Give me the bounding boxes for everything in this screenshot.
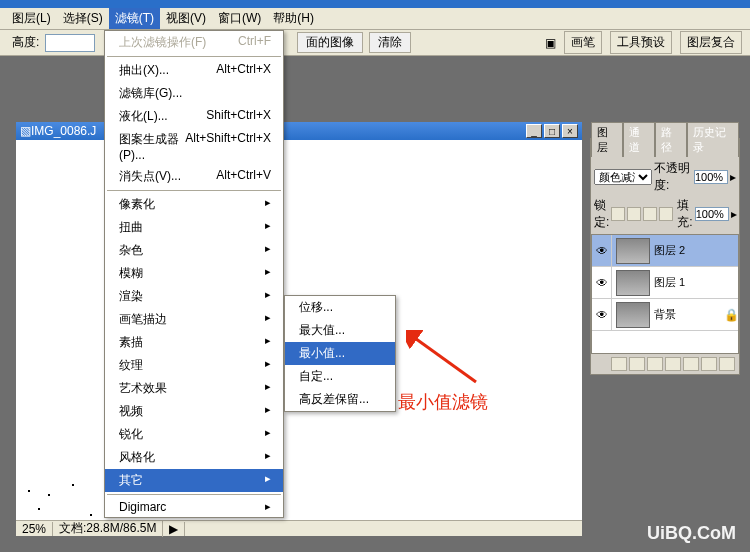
tab-channels[interactable]: 通道 xyxy=(623,122,655,157)
menu-texture[interactable]: 纹理 xyxy=(105,354,283,377)
tab-paths[interactable]: 路径 xyxy=(655,122,687,157)
menu-liquify[interactable]: 液化(L)...Shift+Ctrl+X xyxy=(105,105,283,128)
menu-item-label: 像素化 xyxy=(119,196,155,213)
layer-style-icon[interactable] xyxy=(629,357,645,371)
tab-brushes[interactable]: 画笔 xyxy=(564,31,602,54)
menu-artistic[interactable]: 艺术效果 xyxy=(105,377,283,400)
layer-row[interactable]: 👁 图层 1 xyxy=(592,267,738,299)
menu-sharpen[interactable]: 锐化 xyxy=(105,423,283,446)
menu-item-label: 液化(L)... xyxy=(119,108,168,125)
adjustment-layer-icon[interactable] xyxy=(683,357,699,371)
layers-panel: 图层 通道 路径 历史记录 颜色减淡 不透明度: ▸ 锁定: 填充: ▸ 👁 图… xyxy=(590,138,740,375)
svg-line-0 xyxy=(412,336,476,382)
lock-all-icon[interactable] xyxy=(659,207,673,221)
submenu-offset[interactable]: 位移... xyxy=(285,296,395,319)
menu-layer[interactable]: 图层(L) xyxy=(6,8,57,29)
layer-mask-icon[interactable] xyxy=(647,357,663,371)
watermark: UiBQ.CoM xyxy=(647,523,736,544)
btn-clear[interactable]: 清除 xyxy=(369,32,411,53)
menu-item-label: 艺术效果 xyxy=(119,380,167,397)
tab-layers[interactable]: 图层 xyxy=(591,122,623,157)
submenu-high-pass[interactable]: 高反差保留... xyxy=(285,388,395,411)
tab-history[interactable]: 历史记录 xyxy=(687,122,739,157)
layer-row[interactable]: 👁 图层 2 xyxy=(592,235,738,267)
lock-position-icon[interactable] xyxy=(643,207,657,221)
menu-item-label: 杂色 xyxy=(119,242,143,259)
blend-mode-select[interactable]: 颜色减淡 xyxy=(594,169,652,185)
menu-blur[interactable]: 模糊 xyxy=(105,262,283,285)
menu-item-label: 锐化 xyxy=(119,426,143,443)
layer-thumbnail[interactable] xyxy=(616,238,650,264)
maximize-button[interactable]: □ xyxy=(544,124,560,138)
visibility-eye-icon[interactable]: 👁 xyxy=(592,299,612,330)
menu-item-label: 素描 xyxy=(119,334,143,351)
menu-stylize[interactable]: 风格化 xyxy=(105,446,283,469)
menu-brush-strokes[interactable]: 画笔描边 xyxy=(105,308,283,331)
layer-name[interactable]: 背景 xyxy=(654,307,724,322)
menu-item-shortcut: Alt+Ctrl+X xyxy=(216,62,271,79)
menu-vanishing-point[interactable]: 消失点(V)...Alt+Ctrl+V xyxy=(105,165,283,188)
tab-tool-presets[interactable]: 工具预设 xyxy=(610,31,672,54)
menu-window[interactable]: 窗口(W) xyxy=(212,8,267,29)
status-arrow-icon[interactable]: ▶ xyxy=(163,522,185,536)
filter-menu-dropdown: 上次滤镜操作(F) Ctrl+F 抽出(X)...Alt+Ctrl+X 滤镜库(… xyxy=(104,30,284,518)
menu-bar: 图层(L) 选择(S) 滤镜(T) 视图(V) 窗口(W) 帮助(H) xyxy=(0,8,750,30)
menu-other[interactable]: 其它 xyxy=(105,469,283,492)
menu-last-filter: 上次滤镜操作(F) Ctrl+F xyxy=(105,31,283,54)
menu-sketch[interactable]: 素描 xyxy=(105,331,283,354)
menu-pattern-maker[interactable]: 图案生成器(P)...Alt+Shift+Ctrl+X xyxy=(105,128,283,165)
document-titlebar[interactable]: ▧ IMG_0086.J _ □ × xyxy=(16,122,582,140)
fill-arrow-icon[interactable]: ▸ xyxy=(731,207,737,221)
file-icon: ▧ xyxy=(20,124,31,138)
menu-filter-gallery[interactable]: 滤镜库(G)... xyxy=(105,82,283,105)
menu-item-label: 上次滤镜操作(F) xyxy=(119,34,206,51)
menu-pixelate[interactable]: 像素化 xyxy=(105,193,283,216)
opacity-arrow-icon[interactable]: ▸ xyxy=(730,170,736,184)
link-layers-icon[interactable] xyxy=(611,357,627,371)
menu-item-label: 视频 xyxy=(119,403,143,420)
lock-image-icon[interactable] xyxy=(627,207,641,221)
menu-view[interactable]: 视图(V) xyxy=(160,8,212,29)
layer-thumbnail[interactable] xyxy=(616,302,650,328)
menu-select[interactable]: 选择(S) xyxy=(57,8,109,29)
menu-extract[interactable]: 抽出(X)...Alt+Ctrl+X xyxy=(105,59,283,82)
menu-distort[interactable]: 扭曲 xyxy=(105,216,283,239)
zoom-level[interactable]: 25% xyxy=(16,522,53,536)
menu-item-label: 模糊 xyxy=(119,265,143,282)
menu-digimarc[interactable]: Digimarc xyxy=(105,497,283,517)
menu-noise[interactable]: 杂色 xyxy=(105,239,283,262)
layer-name[interactable]: 图层 1 xyxy=(654,275,738,290)
menu-render[interactable]: 渲染 xyxy=(105,285,283,308)
menu-help[interactable]: 帮助(H) xyxy=(267,8,320,29)
submenu-custom[interactable]: 自定... xyxy=(285,365,395,388)
doc-size: 文档:28.8M/86.5M xyxy=(53,520,163,537)
layer-thumbnail[interactable] xyxy=(616,270,650,296)
lock-label: 锁定: xyxy=(594,197,609,231)
palette-toggle-icon[interactable]: ▣ xyxy=(545,36,556,50)
height-input[interactable] xyxy=(45,34,95,52)
menu-filter[interactable]: 滤镜(T) xyxy=(109,8,160,29)
delete-layer-icon[interactable] xyxy=(719,357,735,371)
tab-layer-comps[interactable]: 图层复合 xyxy=(680,31,742,54)
lock-icon: 🔒 xyxy=(724,308,738,322)
minimize-button[interactable]: _ xyxy=(526,124,542,138)
layer-row[interactable]: 👁 背景 🔒 xyxy=(592,299,738,331)
menu-item-shortcut: Alt+Shift+Ctrl+X xyxy=(185,131,271,162)
submenu-maximum[interactable]: 最大值... xyxy=(285,319,395,342)
panel-tabs: 图层 通道 路径 历史记录 xyxy=(591,139,739,157)
new-layer-icon[interactable] xyxy=(701,357,717,371)
opacity-input[interactable] xyxy=(694,170,728,184)
visibility-eye-icon[interactable]: 👁 xyxy=(592,267,612,298)
layer-name[interactable]: 图层 2 xyxy=(654,243,738,258)
annotation-arrow-icon xyxy=(406,330,486,390)
submenu-minimum[interactable]: 最小值... xyxy=(285,342,395,365)
fill-label: 填充: xyxy=(677,197,692,231)
annotation-text: 最小值滤镜 xyxy=(398,390,488,414)
visibility-eye-icon[interactable]: 👁 xyxy=(592,235,612,266)
close-button[interactable]: × xyxy=(562,124,578,138)
menu-video[interactable]: 视频 xyxy=(105,400,283,423)
new-group-icon[interactable] xyxy=(665,357,681,371)
lock-transparent-icon[interactable] xyxy=(611,207,625,221)
btn-front-image[interactable]: 面的图像 xyxy=(297,32,363,53)
fill-input[interactable] xyxy=(695,207,729,221)
